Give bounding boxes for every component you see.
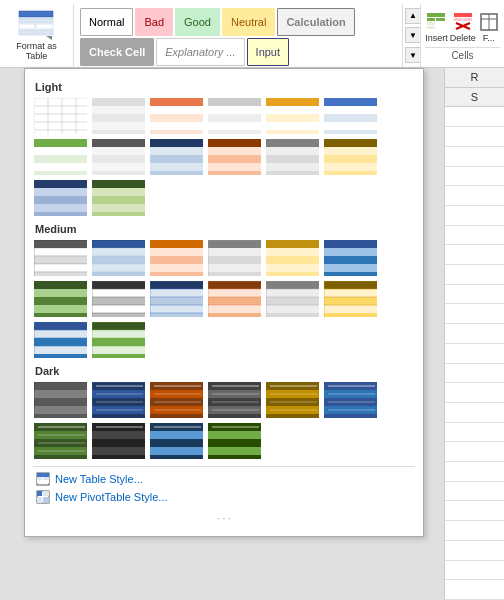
svg-rect-11 (427, 22, 435, 25)
dark-style-9[interactable] (149, 422, 204, 460)
svg-marker-7 (46, 36, 52, 40)
svg-rect-107 (150, 248, 204, 256)
medium-style-9[interactable] (149, 280, 204, 318)
light-style-8[interactable] (91, 138, 146, 176)
style-explanatory[interactable]: Explanatory ... (156, 38, 244, 66)
medium-style-4[interactable] (207, 239, 262, 277)
insert-button[interactable]: Insert (425, 11, 448, 43)
new-pivot-style-link[interactable]: New PivotTable Style... (35, 489, 413, 505)
svg-rect-101 (92, 240, 146, 248)
dark-style-6[interactable] (323, 381, 378, 419)
svg-rect-78 (266, 171, 320, 176)
svg-rect-145 (150, 305, 204, 313)
svg-rect-45 (266, 106, 320, 114)
ribbon-left: Format as Table (4, 4, 74, 67)
svg-rect-273 (208, 447, 262, 455)
svg-rect-164 (266, 305, 320, 313)
svg-rect-163 (266, 297, 320, 305)
light-style-14[interactable] (91, 179, 146, 217)
svg-rect-198 (34, 390, 88, 398)
light-style-2[interactable] (91, 97, 146, 135)
svg-rect-190 (92, 338, 146, 346)
col-header-s: S (445, 88, 504, 108)
dark-style-7[interactable] (33, 422, 88, 460)
light-style-13[interactable] (33, 179, 88, 217)
style-input[interactable]: Input (247, 38, 289, 66)
svg-rect-34 (150, 98, 204, 106)
medium-style-3[interactable] (149, 239, 204, 277)
svg-rect-106 (150, 240, 204, 248)
svg-rect-155 (208, 305, 262, 313)
dark-style-1[interactable] (33, 381, 88, 419)
medium-style-10[interactable] (207, 280, 262, 318)
svg-rect-115 (208, 272, 262, 277)
medium-style-2[interactable] (91, 239, 146, 277)
style-normal[interactable]: Normal (80, 8, 133, 36)
light-style-9[interactable] (149, 138, 204, 176)
svg-rect-75 (266, 147, 320, 155)
scroll-down-button[interactable]: ▼ (405, 27, 421, 43)
light-style-4[interactable] (207, 97, 262, 135)
svg-rect-122 (324, 240, 378, 248)
style-check-cell[interactable]: Check Cell (80, 38, 154, 66)
cell-row-23 (445, 541, 504, 561)
medium-style-14[interactable] (91, 321, 146, 359)
svg-rect-102 (92, 248, 146, 256)
cell-row-10 (445, 285, 504, 305)
dark-style-4[interactable] (207, 381, 262, 419)
svg-rect-105 (92, 272, 146, 277)
svg-rect-95 (34, 248, 88, 256)
medium-style-12[interactable] (323, 280, 378, 318)
medium-style-8[interactable] (91, 280, 146, 318)
svg-rect-93 (92, 212, 146, 217)
medium-style-6[interactable] (323, 239, 378, 277)
svg-rect-189 (92, 330, 146, 338)
dark-style-3[interactable] (149, 381, 204, 419)
style-calculation[interactable]: Calculation (277, 8, 354, 36)
format-as-table-button[interactable]: Format as Table (12, 8, 61, 64)
light-style-10[interactable] (207, 138, 262, 176)
svg-rect-278 (37, 477, 42, 480)
dark-style-5[interactable] (265, 381, 320, 419)
svg-rect-192 (92, 354, 146, 359)
style-bad[interactable]: Bad (135, 8, 173, 36)
style-neutral[interactable]: Neutral (222, 8, 275, 36)
scroll-expand-button[interactable]: ▼ (405, 47, 421, 63)
svg-rect-70 (208, 147, 262, 155)
style-good[interactable]: Good (175, 8, 220, 36)
new-table-style-link[interactable]: New Table Style... (35, 471, 413, 487)
svg-rect-49 (324, 98, 378, 106)
scroll-up-button[interactable]: ▲ (405, 8, 421, 24)
svg-rect-9 (427, 18, 435, 21)
new-table-style-label: New Table Style... (55, 473, 143, 485)
svg-rect-191 (92, 346, 146, 354)
svg-rect-279 (43, 477, 49, 480)
light-style-6[interactable] (323, 97, 378, 135)
medium-style-7[interactable] (33, 280, 88, 318)
format-button[interactable]: F... (478, 11, 500, 43)
dark-style-8[interactable] (91, 422, 146, 460)
svg-rect-114 (208, 264, 262, 272)
light-style-1[interactable] (33, 97, 88, 135)
dark-style-10[interactable] (207, 422, 262, 460)
light-style-12[interactable] (323, 138, 378, 176)
svg-rect-38 (150, 130, 204, 135)
delete-button[interactable]: Delete (450, 11, 476, 43)
medium-style-11[interactable] (265, 280, 320, 318)
dark-style-2[interactable] (91, 381, 146, 419)
svg-rect-183 (34, 354, 88, 359)
insert-label: Insert (425, 33, 448, 43)
light-style-5[interactable] (265, 97, 320, 135)
svg-rect-71 (208, 155, 262, 163)
light-style-7[interactable] (33, 138, 88, 176)
medium-style-1[interactable] (33, 239, 88, 277)
svg-rect-21 (34, 98, 88, 135)
medium-style-5[interactable] (265, 239, 320, 277)
svg-rect-97 (34, 264, 88, 272)
light-style-11[interactable] (265, 138, 320, 176)
svg-rect-86 (34, 196, 88, 204)
medium-style-13[interactable] (33, 321, 88, 359)
light-style-3[interactable] (149, 97, 204, 135)
cell-row-1 (445, 107, 504, 127)
bottom-dots: · · · (33, 509, 415, 528)
